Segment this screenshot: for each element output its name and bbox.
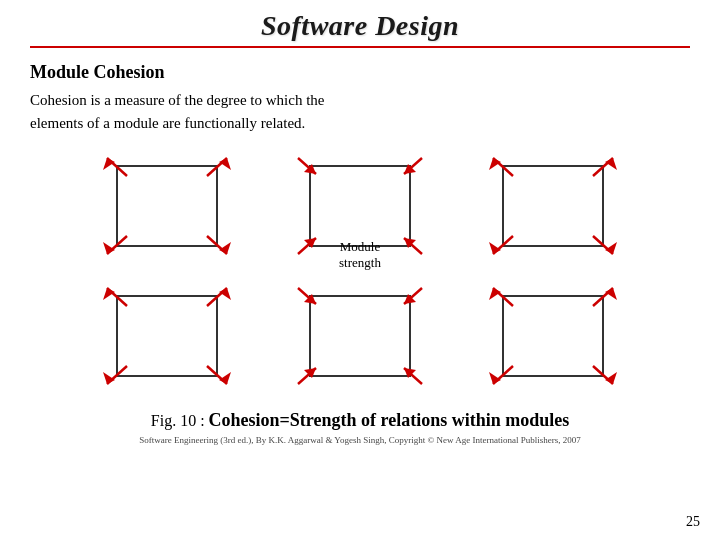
- svg-rect-18: [503, 166, 603, 246]
- box-bottom-left: [80, 276, 253, 396]
- svg-rect-45: [503, 296, 603, 376]
- caption-bold: Cohesion=Strength of relations within mo…: [209, 410, 570, 430]
- box-top-left: [80, 146, 253, 266]
- page-title: Software Design: [30, 10, 690, 42]
- diagram-area: Modulestrength: [30, 146, 690, 530]
- diagram-svg-bottom-right: [483, 286, 623, 386]
- boxes-grid: Modulestrength: [80, 146, 640, 396]
- svg-rect-27: [117, 296, 217, 376]
- description-line1: Cohesion is a measure of the degree to w…: [30, 92, 325, 108]
- box-top-right: [467, 146, 640, 266]
- description-line2: elements of a module are functionally re…: [30, 115, 305, 131]
- figure-caption: Fig. 10 : Cohesion=Strength of relations…: [151, 410, 569, 431]
- diagram-svg-top-left: [97, 156, 237, 256]
- box-bottom-right: [467, 276, 640, 396]
- page: Software Design Module Cohesion Cohesion…: [0, 0, 720, 540]
- section-heading: Module Cohesion: [30, 62, 690, 83]
- diagram-svg-top-right: [483, 156, 623, 256]
- svg-rect-0: [117, 166, 217, 246]
- svg-rect-9: [310, 166, 410, 246]
- caption-prefix: Fig. 10 :: [151, 412, 209, 429]
- diagram-svg-bottom-center: [290, 286, 430, 386]
- box-bottom-center: [273, 276, 446, 396]
- title-area: Software Design: [30, 10, 690, 56]
- module-strength-label: Modulestrength: [339, 239, 381, 271]
- copyright-text: Software Engineering (3rd ed.), By K.K. …: [139, 435, 581, 445]
- page-number: 25: [686, 514, 700, 530]
- box-top-center: Modulestrength: [273, 146, 446, 266]
- svg-rect-36: [310, 296, 410, 376]
- title-divider: [30, 46, 690, 48]
- description-text: Cohesion is a measure of the degree to w…: [30, 89, 690, 134]
- diagram-svg-bottom-left: [97, 286, 237, 386]
